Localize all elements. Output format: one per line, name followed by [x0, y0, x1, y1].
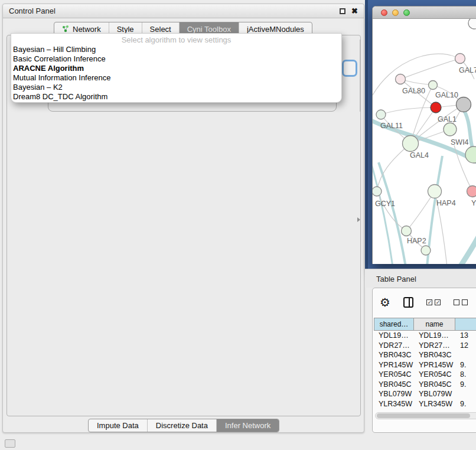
cell: YDR27… — [374, 341, 414, 351]
algorithm-option-aracne-algorithm[interactable]: ARACNE Algorithm — [11, 64, 341, 73]
control-panel-title: Control Panel — [9, 6, 56, 15]
cell: YLR345W — [414, 399, 455, 409]
cell: YBR043C — [374, 350, 414, 360]
network-edge — [455, 229, 476, 264]
network-edge — [381, 107, 436, 115]
control-panel-window: Control Panel ✖ NetworkStyleSelectCyni T… — [2, 4, 364, 433]
cell: 9 — [455, 409, 476, 409]
network-node-unlabeled[interactable] — [421, 246, 431, 255]
column-header-shared[interactable]: shared… — [374, 318, 414, 331]
node-label-gal10: GAL10 — [435, 91, 458, 99]
table-row-yil052c[interactable]: YIL052CYIL052C9 — [374, 409, 476, 409]
network-edge — [377, 191, 406, 231]
tab-label: Select — [150, 25, 171, 34]
column-header-2[interactable] — [455, 318, 476, 331]
network-glyph-icon — [62, 25, 70, 33]
cell: YBR045C — [414, 380, 455, 390]
minimize-traffic-light-icon[interactable] — [392, 9, 399, 16]
table-header-row: shared…name — [374, 318, 476, 331]
algorithm-option-basic-correlation-inference[interactable]: Basic Correlation Inference — [11, 54, 341, 64]
algorithm-option-bayesian-k2[interactable]: Bayesian – K2 — [11, 83, 341, 92]
cell: YIL052C — [414, 409, 455, 409]
table-row-ybr045c[interactable]: YBR045CYBR045C9. — [374, 380, 476, 390]
cell: 9. — [455, 380, 476, 390]
node-label-gal7: GAL7 — [459, 66, 476, 74]
cell: YLR345W — [374, 399, 414, 409]
network-node-gal1[interactable] — [444, 123, 457, 136]
cell: YBR045C — [374, 380, 414, 390]
tab-label: Cyni Toolbox — [187, 25, 231, 34]
table-row-ydr27[interactable]: YDR27…YDR27…12 — [374, 341, 476, 351]
algorithm-list: Bayesian – Hill ClimbingBasic Correlatio… — [11, 45, 341, 102]
cell: YER054C — [374, 370, 414, 380]
network-node-gcy1[interactable] — [373, 187, 382, 196]
panel-splitter-handle[interactable] — [357, 217, 360, 222]
network-node-y[interactable] — [467, 186, 476, 197]
network-node-gal11[interactable] — [376, 110, 386, 119]
cell: 9. — [455, 399, 476, 409]
node-label-hap4: HAP4 — [436, 199, 456, 207]
network-node-hap4[interactable] — [428, 185, 442, 198]
network-node-unlabeled[interactable] — [431, 102, 441, 113]
network-node-swi4[interactable] — [465, 146, 476, 163]
network-node-gal7[interactable] — [455, 54, 465, 64]
table-row-yer054c[interactable]: YER054CYER054C8. — [374, 370, 476, 380]
bottom-tab-discretize-data[interactable]: Discretize Data — [148, 419, 217, 432]
cell: YPR145W — [414, 360, 455, 370]
network-view-window: GAL7GAL80GAL10GAL1GAL11SWI4GAL4GCY1HAP4Y… — [372, 6, 476, 264]
checkboxes-checked-icon[interactable]: ✓✓ — [426, 299, 441, 305]
network-node-gal10[interactable] — [429, 81, 438, 90]
network-node-unlabeled[interactable] — [457, 97, 471, 112]
control-panel-titlebar: Control Panel ✖ — [3, 4, 364, 18]
node-label-gal80: GAL80 — [402, 87, 425, 95]
network-node-unlabeled[interactable] — [468, 19, 476, 29]
desktop-edge — [365, 0, 368, 269]
table-row-ybr043c[interactable]: YBR043CYBR043C — [374, 350, 476, 360]
network-graph: GAL7GAL80GAL10GAL1GAL11SWI4GAL4GCY1HAP4Y… — [373, 19, 476, 264]
node-label-gcy1: GCY1 — [375, 200, 395, 208]
bottom-tab-infer-network[interactable]: Infer Network — [217, 419, 279, 432]
cell: 9. — [455, 360, 476, 370]
network-node-gal80[interactable] — [396, 74, 406, 84]
network-node-hap2[interactable] — [402, 226, 412, 236]
bottom-tab-bar: Impute DataDiscretize DataInfer Network — [88, 419, 279, 432]
table-row-ybl079w[interactable]: YBL079WYBL079W — [374, 389, 476, 399]
node-label-gal11: GAL11 — [380, 122, 403, 130]
cell: YBL079W — [374, 389, 414, 399]
zoom-traffic-light-icon[interactable] — [403, 9, 410, 16]
table-row-ydl19[interactable]: YDL19…YDL19…13 — [374, 331, 476, 341]
node-label-swi4: SWI4 — [451, 138, 469, 146]
algorithm-option-mutual-information-inference[interactable]: Mutual Information Inference — [11, 73, 341, 83]
node-label-gal1: GAL1 — [438, 115, 457, 123]
table-row-ylr345w[interactable]: YLR345WYLR345W9. — [374, 399, 476, 409]
algorithm-option-dream8-dc-tdc-algorithm[interactable]: Dream8 DC_TDC Algorithm — [11, 92, 341, 102]
cell: YDR27… — [414, 341, 455, 351]
table-panel: ⚙ ✓✓ shared…name YDL19…YDL19…13YDR27…YDR… — [372, 288, 476, 433]
cell — [455, 389, 476, 399]
node-label-gal4: GAL4 — [410, 151, 429, 159]
close-traffic-light-icon[interactable] — [381, 9, 387, 16]
algorithm-option-bayesian-hill-climbing[interactable]: Bayesian – Hill Climbing — [11, 45, 341, 54]
settings-gear-icon[interactable]: ⚙ — [380, 295, 390, 309]
cell — [455, 350, 476, 360]
cell: 8. — [455, 370, 476, 380]
column-header-name[interactable]: name — [414, 318, 455, 331]
table-panel-title: Table Panel — [376, 275, 416, 283]
bottom-tab-impute-data[interactable]: Impute Data — [89, 419, 148, 432]
table-horizontal-scrollbar[interactable] — [375, 412, 476, 419]
table-body: YDL19…YDL19…13YDR27…YDR27…12YBR043CYBR04… — [374, 331, 476, 409]
algorithm-select-placeholder: Select algorithm to view settings — [11, 34, 341, 45]
network-edge — [377, 144, 410, 191]
algorithm-select-popup: Select algorithm to view settings Bayesi… — [11, 33, 342, 103]
float-window-icon[interactable] — [340, 8, 345, 14]
table-row-ypr145w[interactable]: YPR145WYPR145W9. — [374, 360, 476, 370]
split-columns-icon[interactable] — [403, 297, 413, 308]
network-node-gal4[interactable] — [403, 136, 419, 152]
tab-label: jActiveMNodules — [247, 25, 304, 34]
minimized-panel-icon[interactable] — [5, 439, 15, 448]
network-canvas[interactable]: GAL7GAL80GAL10GAL1GAL11SWI4GAL4GCY1HAP4Y… — [373, 19, 476, 264]
node-label-y: Y — [471, 199, 476, 207]
node-table: shared…name YDL19…YDL19…13YDR27…YDR27…12… — [374, 318, 476, 409]
close-icon[interactable]: ✖ — [351, 8, 358, 14]
checkboxes-unchecked-icon[interactable] — [454, 299, 468, 305]
